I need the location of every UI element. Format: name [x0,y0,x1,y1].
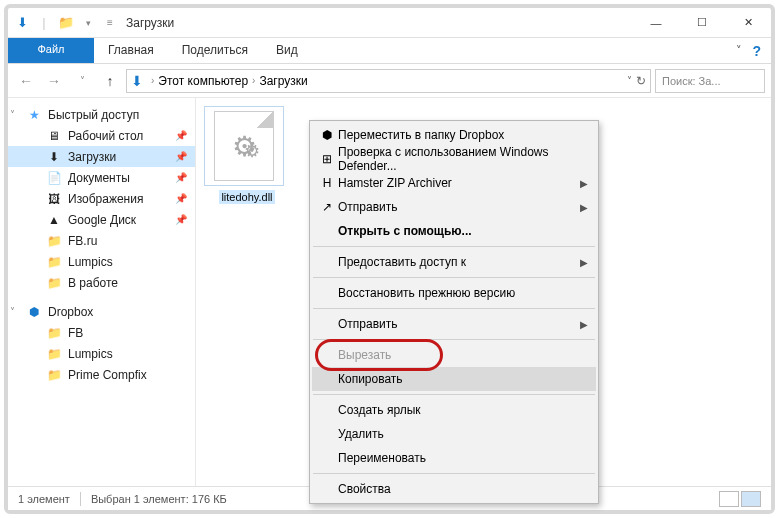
tab-file[interactable]: Файл [8,38,94,63]
help-icon[interactable]: ? [752,43,761,59]
folder-icon: 📁 [56,13,76,33]
menu-item[interactable]: Копировать [312,367,596,391]
menu-item-icon: ⊞ [316,152,338,166]
menu-separator [313,246,595,247]
minimize-button[interactable]: — [633,8,679,38]
sidebar-label: Dropbox [48,305,93,319]
tab-share[interactable]: Поделиться [168,38,262,63]
menu-item[interactable]: Восстановить прежнюю версию [312,281,596,305]
menu-item-label: Переместить в папку Dropbox [338,128,588,142]
menu-item-label: Отправить [338,317,580,331]
menu-item-label: Отправить [338,200,580,214]
menu-item[interactable]: Свойства [312,477,596,501]
breadcrumb-sep: › [252,75,255,86]
menu-item-icon: ⬢ [316,128,338,142]
submenu-arrow-icon: ▶ [580,257,588,268]
menu-item[interactable]: Отправить▶ [312,312,596,336]
menu-item[interactable]: Открыть с помощью... [312,219,596,243]
window-title: Загрузки [126,16,633,30]
menu-item-icon: ↗ [316,200,338,214]
nav-recent-button[interactable]: ˅ [70,69,94,93]
submenu-arrow-icon: ▶ [580,178,588,189]
sidebar-item-label: Загрузки [68,150,116,164]
folder-icon: 📁 [46,254,62,270]
folder-icon: 📁 [46,275,62,291]
star-icon: ★ [26,107,42,123]
menu-separator [313,339,595,340]
sidebar-item-label: Google Диск [68,213,136,227]
pin-icon: 📌 [175,130,187,141]
sidebar-item-label: Lumpics [68,255,113,269]
breadcrumb-root[interactable]: Этот компьютер [158,74,248,88]
folder-icon: ▲ [46,212,62,228]
folder-icon: 📁 [46,367,62,383]
sidebar-item[interactable]: 📁Prime Compfix [8,364,195,385]
menu-item-label: Свойства [338,482,588,496]
ribbon-tabs: Файл Главная Поделиться Вид ˅ ? [8,38,771,64]
address-bar: ← → ˅ ↑ ⬇ › Этот компьютер › Загрузки ˅ … [8,64,771,98]
tab-view[interactable]: Вид [262,38,312,63]
maximize-button[interactable]: ☐ [679,8,725,38]
sidebar-item[interactable]: 🖼Изображения📌 [8,188,195,209]
menu-separator [313,277,595,278]
menu-item[interactable]: Предоставить доступ к▶ [312,250,596,274]
pin-icon: 📌 [175,172,187,183]
sidebar-item-label: В работе [68,276,118,290]
menu-item[interactable]: Удалить [312,422,596,446]
sidebar-dropbox[interactable]: ˅ ⬢ Dropbox [8,301,195,322]
menu-item-icon: H [316,176,338,190]
sidebar-item[interactable]: 📁В работе [8,272,195,293]
sidebar-item[interactable]: 📁FB [8,322,195,343]
nav-back-button[interactable]: ← [14,69,38,93]
sidebar-item[interactable]: 📄Документы📌 [8,167,195,188]
sidebar-item[interactable]: 📁Lumpics [8,343,195,364]
qat-dropdown-icon[interactable]: ▾ [78,13,98,33]
sidebar-item[interactable]: 🖥Рабочий стол📌 [8,125,195,146]
sidebar-item[interactable]: 📁FB.ru [8,230,195,251]
folder-icon: 🖼 [46,191,62,207]
chevron-down-icon: ˅ [10,306,15,317]
menu-item[interactable]: ⊞Проверка с использованием Windows Defen… [312,147,596,171]
search-input[interactable]: Поиск: За... [655,69,765,93]
view-details-icon[interactable] [719,491,739,507]
breadcrumb-sep: › [151,75,154,86]
refresh-icon[interactable]: ↻ [636,74,646,88]
menu-item-label: Создать ярлык [338,403,588,417]
address-input[interactable]: ⬇ › Этот компьютер › Загрузки ˅ ↻ [126,69,651,93]
menu-item-label: Проверка с использованием Windows Defend… [338,145,588,173]
sidebar-item-label: Рабочий стол [68,129,143,143]
download-folder-icon: ⬇ [131,73,143,89]
nav-up-button[interactable]: ↑ [98,69,122,93]
sidebar-item[interactable]: ⬇Загрузки📌 [8,146,195,167]
menu-item[interactable]: ⬢Переместить в папку Dropbox [312,123,596,147]
menu-item-label: Открыть с помощью... [338,224,588,238]
sidebar-label: Быстрый доступ [48,108,139,122]
close-button[interactable]: ✕ [725,8,771,38]
nav-forward-button[interactable]: → [42,69,66,93]
tab-home[interactable]: Главная [94,38,168,63]
file-thumbnail: ⚙⚙ [204,106,284,186]
menu-item-label: Предоставить доступ к [338,255,580,269]
sidebar-item-label: Документы [68,171,130,185]
menu-item-label: Удалить [338,427,588,441]
menu-item[interactable]: Создать ярлык [312,398,596,422]
sidebar-quick-access[interactable]: ˅ ★ Быстрый доступ [8,104,195,125]
menu-separator [313,473,595,474]
view-large-icon[interactable] [741,491,761,507]
sidebar-item-label: Lumpics [68,347,113,361]
menu-item[interactable]: HHamster ZIP Archiver▶ [312,171,596,195]
file-item[interactable]: ⚙⚙ litedohy.dll [204,106,290,204]
folder-icon: 📁 [46,325,62,341]
menu-item[interactable]: ↗Отправить▶ [312,195,596,219]
sidebar-item-label: Изображения [68,192,143,206]
breadcrumb-folder[interactable]: Загрузки [259,74,307,88]
menu-item[interactable]: Переименовать [312,446,596,470]
qat-overflow[interactable]: ≡ [100,13,120,33]
folder-icon: ⬇ [46,149,62,165]
sidebar-item[interactable]: 📁Lumpics [8,251,195,272]
address-dropdown-icon[interactable]: ˅ [627,75,632,86]
ribbon-expand-icon[interactable]: ˅ [736,44,742,57]
sidebar-item[interactable]: ▲Google Диск📌 [8,209,195,230]
menu-item: Вырезать [312,343,596,367]
file-name: litedohy.dll [219,190,274,204]
